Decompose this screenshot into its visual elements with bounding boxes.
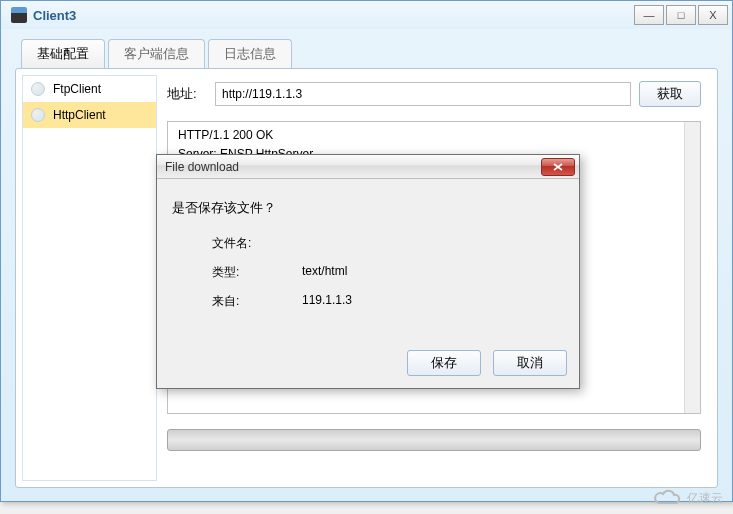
maximize-button[interactable]: □	[666, 5, 696, 25]
address-label: 地址:	[167, 85, 207, 103]
dialog-prompt: 是否保存该文件？	[172, 199, 564, 217]
response-line: HTTP/1.1 200 OK	[178, 126, 690, 145]
window-title: Client3	[33, 8, 634, 23]
dialog-title: File download	[161, 160, 541, 174]
dialog-row-filename: 文件名:	[172, 235, 564, 252]
dot-icon	[31, 108, 45, 122]
dialog-titlebar[interactable]: File download	[157, 155, 579, 179]
close-button[interactable]: X	[698, 5, 728, 25]
address-input[interactable]	[215, 82, 631, 106]
tab-client-info[interactable]: 客户端信息	[108, 39, 205, 68]
sidebar: FtpClient HttpClient	[22, 75, 157, 481]
from-label: 来自:	[212, 293, 302, 310]
cloud-icon	[653, 488, 683, 509]
titlebar[interactable]: Client3 — □ X	[1, 1, 732, 29]
dialog-buttons: 保存 取消	[157, 332, 579, 388]
from-value: 119.1.1.3	[302, 293, 352, 310]
get-button[interactable]: 获取	[639, 81, 701, 107]
window-controls: — □ X	[634, 5, 728, 25]
type-label: 类型:	[212, 264, 302, 281]
address-row: 地址: 获取	[167, 81, 701, 107]
dialog-row-from: 来自: 119.1.1.3	[172, 293, 564, 310]
dialog-body: 是否保存该文件？ 文件名: 类型: text/html 来自: 119.1.1.…	[157, 179, 579, 332]
close-icon	[553, 163, 563, 171]
dot-icon	[31, 82, 45, 96]
progress-bar	[167, 429, 701, 451]
save-button[interactable]: 保存	[407, 350, 481, 376]
app-icon	[11, 7, 27, 23]
watermark: 亿速云	[653, 488, 723, 509]
minimize-button[interactable]: —	[634, 5, 664, 25]
scrollbar[interactable]	[684, 122, 700, 413]
watermark-text: 亿速云	[687, 490, 723, 507]
type-value: text/html	[302, 264, 347, 281]
tab-log-info[interactable]: 日志信息	[208, 39, 292, 68]
sidebar-item-label: HttpClient	[53, 108, 106, 122]
dialog-close-button[interactable]	[541, 158, 575, 176]
filename-label: 文件名:	[212, 235, 302, 252]
sidebar-item-httpclient[interactable]: HttpClient	[23, 102, 156, 128]
sidebar-item-label: FtpClient	[53, 82, 101, 96]
sidebar-item-ftpclient[interactable]: FtpClient	[23, 76, 156, 102]
tab-basic-config[interactable]: 基础配置	[21, 39, 105, 68]
dialog-row-type: 类型: text/html	[172, 264, 564, 281]
file-download-dialog: File download 是否保存该文件？ 文件名: 类型: text/htm…	[156, 154, 580, 389]
cancel-button[interactable]: 取消	[493, 350, 567, 376]
tabs-bar: 基础配置 客户端信息 日志信息	[1, 29, 732, 68]
